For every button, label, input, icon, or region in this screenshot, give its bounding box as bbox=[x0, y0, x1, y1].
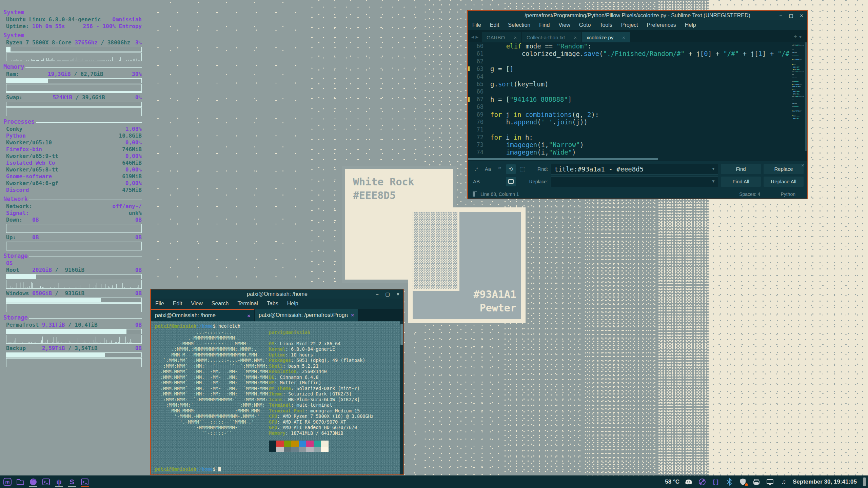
menu-item-help[interactable]: Help bbox=[283, 299, 303, 309]
menu-item-tools[interactable]: Tools bbox=[595, 20, 616, 30]
terminal-menubar: FileEditViewSearchTerminalTabsHelp bbox=[151, 299, 403, 309]
keyboard-layout-button[interactable]: [ ] bbox=[711, 477, 720, 486]
terminal-tab[interactable]: patxi@Omnissiah: /permafrost/Programming… bbox=[255, 309, 358, 321]
line-number: 73 bbox=[477, 141, 490, 148]
menu-item-view[interactable]: View bbox=[186, 299, 207, 309]
find-toggle-3[interactable]: ⟲ bbox=[506, 164, 516, 174]
find-toggle-1[interactable]: Aa bbox=[483, 164, 493, 174]
terminal-content[interactable]: patxi@Omnissiah:/home$ neofetch ...-::::… bbox=[151, 321, 403, 474]
close-tab-icon[interactable]: × bbox=[351, 312, 354, 318]
menu-item-help[interactable]: Help bbox=[680, 20, 701, 30]
terminal-tabs: patxi@Omnissiah: /home×patxi@Omnissiah: … bbox=[151, 309, 403, 321]
running-indicator bbox=[55, 486, 63, 487]
menu-item-find[interactable]: Find bbox=[535, 20, 554, 30]
conky-graph bbox=[6, 224, 142, 233]
psi-app-button[interactable]: ψ bbox=[54, 476, 64, 487]
menu-item-goto[interactable]: Goto bbox=[575, 20, 595, 30]
scrollbar-thumb[interactable] bbox=[400, 324, 403, 345]
find-toggle-4[interactable]: ⬚ bbox=[517, 164, 528, 174]
menu-item-edit[interactable]: Edit bbox=[169, 299, 187, 309]
find-history-dropdown-icon[interactable]: ▼ bbox=[711, 166, 715, 171]
menu-item-terminal[interactable]: Terminal bbox=[233, 299, 262, 309]
editor-tab[interactable]: GARBO× bbox=[482, 32, 522, 42]
tab-nav-icons[interactable]: ◀▶ bbox=[468, 35, 482, 42]
close-button[interactable]: × bbox=[800, 13, 803, 18]
menu-item-view[interactable]: View bbox=[554, 20, 574, 30]
tab-label: patxi@Omnissiah: /home bbox=[155, 312, 244, 319]
conky-bar bbox=[6, 47, 142, 52]
terminal-titlebar[interactable]: patxi@Omnissiah: /home – ▢ × bbox=[151, 289, 403, 299]
sublime-editor[interactable]: 60 elif mode == "Random":61 colorized_im… bbox=[468, 42, 807, 161]
vertical-scrollbar[interactable] bbox=[805, 42, 807, 151]
replace-input[interactable] bbox=[551, 176, 718, 187]
editor-tab[interactable]: Collect-a-thon.txt× bbox=[522, 32, 582, 42]
steam-tray-button[interactable] bbox=[698, 477, 707, 486]
close-tab-icon[interactable]: × bbox=[514, 35, 517, 40]
discord-tray-button[interactable] bbox=[684, 477, 693, 486]
mint-menu-button[interactable]: m bbox=[2, 476, 13, 487]
code-line: 70 h.append(' '.join(j)) bbox=[468, 118, 807, 126]
replace-history-dropdown-icon[interactable]: ▼ bbox=[711, 179, 715, 184]
close-tab-icon[interactable]: × bbox=[622, 35, 625, 40]
menu-item-selection[interactable]: Selection bbox=[504, 20, 535, 30]
close-tab-icon[interactable]: × bbox=[247, 313, 250, 319]
find-label: Find: bbox=[529, 166, 551, 172]
sublime-text-button[interactable]: S bbox=[66, 476, 77, 487]
syntax-setting[interactable]: Python bbox=[781, 191, 795, 197]
minimize-button[interactable]: – bbox=[780, 13, 782, 18]
maximize-button[interactable]: ▢ bbox=[789, 13, 793, 18]
printer-tray-button[interactable] bbox=[752, 477, 761, 486]
preserve-case-toggle[interactable]: AB bbox=[471, 177, 481, 186]
neofetch-palette-row bbox=[269, 441, 374, 447]
replace-button[interactable]: Replace bbox=[764, 164, 804, 174]
find-button[interactable]: Find bbox=[721, 164, 761, 174]
terminal-button[interactable] bbox=[41, 476, 52, 487]
find-toggle-2[interactable]: “” bbox=[494, 164, 505, 174]
conky-section: MemoryRam:19,3GiB / 62,7GiB30%Swap:524Ki… bbox=[3, 63, 142, 116]
terminal-tab[interactable]: patxi@Omnissiah: /home× bbox=[151, 309, 255, 321]
horizontal-scrollbar[interactable] bbox=[468, 158, 658, 160]
menu-item-file[interactable]: File bbox=[151, 299, 169, 309]
menu-item-file[interactable]: File bbox=[468, 20, 486, 30]
neofetch-info-line: Shell: bash 5.2.21 bbox=[269, 363, 374, 369]
cursor-position: Line 68, Column 1 bbox=[480, 191, 519, 197]
show-desktop-handle[interactable] bbox=[863, 477, 866, 486]
indentation-setting[interactable]: Spaces: 4 bbox=[739, 191, 760, 197]
sidebar-toggle-icon[interactable] bbox=[473, 191, 477, 197]
find-toggle-0[interactable]: .* bbox=[471, 164, 481, 174]
update-badge bbox=[745, 483, 748, 486]
find-panel-close-icon[interactable]: × bbox=[801, 162, 804, 168]
new-tab-icons[interactable]: + ▼ bbox=[789, 34, 807, 42]
minimize-button[interactable]: – bbox=[376, 291, 379, 297]
sublime-titlebar[interactable]: /permafrost/Programming/Python/Pillow Pi… bbox=[468, 11, 807, 20]
updates-tray-button[interactable] bbox=[738, 477, 747, 486]
maximize-button[interactable]: ▢ bbox=[386, 291, 390, 297]
sublime-minimap[interactable] bbox=[792, 44, 804, 120]
display-tray-button[interactable] bbox=[766, 477, 774, 486]
conky-subheader: OS bbox=[3, 260, 142, 267]
mint-logo-icon: m bbox=[3, 478, 12, 486]
replace-all-button[interactable]: Replace All bbox=[764, 177, 804, 187]
menu-item-search[interactable]: Search bbox=[207, 299, 233, 309]
menu-item-tabs[interactable]: Tabs bbox=[262, 299, 283, 309]
conky-row: Signal:unk% bbox=[3, 210, 142, 217]
find-all-button[interactable]: Find All bbox=[721, 177, 761, 187]
firefox-button[interactable] bbox=[28, 476, 39, 487]
highlight-toggle[interactable] bbox=[506, 177, 516, 186]
file-manager-button[interactable] bbox=[15, 476, 26, 487]
menu-item-edit[interactable]: Edit bbox=[486, 20, 504, 30]
audio-tray-button[interactable]: ♫ bbox=[779, 477, 788, 486]
terminal-scrollbar[interactable] bbox=[400, 321, 403, 474]
menu-item-project[interactable]: Project bbox=[617, 20, 643, 30]
clock[interactable]: September 30, 19:41:05 bbox=[793, 479, 857, 485]
sublime-tabbar: ◀▶ GARBO×Collect-a-thon.txt×xcolorize.py… bbox=[468, 30, 807, 42]
bluetooth-tray-button[interactable] bbox=[725, 477, 734, 486]
find-input[interactable] bbox=[551, 164, 718, 175]
conky-row: Backup 2,59TiB / 3,54TiB0B bbox=[3, 345, 142, 352]
close-tab-icon[interactable]: × bbox=[574, 35, 577, 40]
active-terminal-button[interactable] bbox=[79, 476, 90, 487]
editor-tab[interactable]: xcolorize.py× bbox=[582, 32, 630, 42]
replace-input-wrap: ▼ bbox=[551, 176, 718, 187]
menu-item-preferences[interactable]: Preferences bbox=[643, 20, 680, 30]
close-button[interactable]: × bbox=[397, 291, 399, 297]
